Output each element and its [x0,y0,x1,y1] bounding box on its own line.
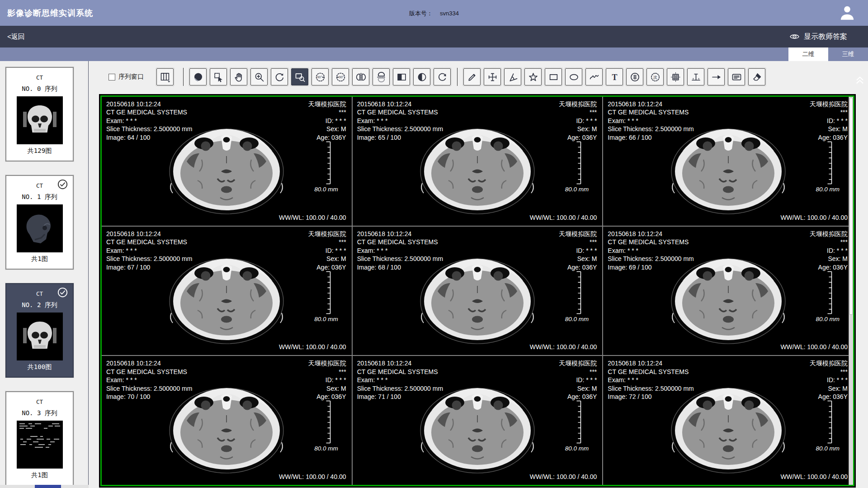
tool-measure-line[interactable] [463,68,481,85]
slice-thickness: Slice Thickness: 2.500000 mm [608,384,693,393]
series-image-count: 共1图 [6,255,73,263]
manufacturer: CT GE MEDICAL SYSTEMS [608,238,693,246]
tool-roi-ellipse[interactable] [565,68,582,85]
scale-label: 80.0 mm [314,186,338,193]
sidebar-horizontal-scrollbar[interactable] [0,485,89,488]
tool-layout-grid[interactable] [156,68,174,85]
scale-ruler [325,400,332,444]
study-datetime: 20150618 10:12:24 [608,230,693,238]
check-circle-icon [57,179,68,190]
toolbar-collapse-button[interactable] [854,73,866,85]
series-window-toggle[interactable]: 序列窗口 [108,73,144,81]
image-index: Image: 71 / 100 [357,393,443,401]
series-window-checkbox[interactable] [108,74,115,81]
image-index: Image: 67 / 100 [106,263,192,271]
tool-flip-horizontal[interactable] [352,68,369,85]
patient-age: Age: 036Y [559,133,597,142]
series-name: NO. 3 序列 [6,409,73,417]
tool-flip-vertical[interactable] [373,68,390,85]
scale-label: 80.0 mm [816,186,840,193]
viewer-cell-7[interactable]: 20150618 10:12:24CT GE MEDICAL SYSTEMSEx… [353,356,603,485]
series-card-0[interactable]: CTNO. 0 序列共129图 [5,67,74,161]
tab-2d[interactable]: 二维 [788,47,828,61]
cell-meta-left: 20150618 10:12:24CT GE MEDICAL SYSTEMSEx… [608,359,693,401]
tool-measure-cross[interactable] [484,68,501,85]
tool-measure-angle[interactable] [504,68,521,85]
viewer-cell-3[interactable]: 20150618 10:12:24CT GE MEDICAL SYSTEMSEx… [102,227,352,355]
series-card-3[interactable]: CTNO. 3 序列共1图 [5,391,74,486]
tool-region-zoom[interactable] [291,68,308,85]
image-index: Image: 72 / 100 [608,393,693,401]
manufacturer: CT GE MEDICAL SYSTEMS [357,108,443,116]
scrollbar-thumb[interactable] [849,98,853,315]
tool-annotate-text[interactable]: T [606,68,623,85]
tool-select-cursor[interactable] [210,68,227,85]
patient-age: Age: 036Y [559,263,597,271]
patient-sex: Sex: M [810,255,848,263]
show-teacher-answer-button[interactable]: 显示教师答案 [789,32,847,42]
tool-brightness[interactable] [413,68,430,85]
cell-meta-right: 天堰模拟医院***ID: * * *Sex: MAge: 036Y [559,359,597,401]
scale-label: 80.0 mm [314,316,338,322]
series-image-count: 共129图 [6,147,73,155]
tool-perpendicular[interactable] [687,68,704,85]
manufacturer: CT GE MEDICAL SYSTEMS [608,368,693,376]
study-datetime: 20150618 10:12:24 [106,359,192,367]
patient-name-masked: *** [559,238,597,246]
series-card-1[interactable]: CTNO. 1 序列共1图 [5,175,74,270]
toolbar: 序列窗口 90°90°T次 [100,67,854,87]
tool-roi-rectangle[interactable] [545,68,562,85]
tool-reset[interactable] [434,68,451,85]
study-datetime: 20150618 10:12:24 [608,100,693,108]
viewer-cell-4[interactable]: 20150618 10:12:24CT GE MEDICAL SYSTEMSEx… [353,227,603,355]
viewer-cell-6[interactable]: 20150618 10:12:24CT GE MEDICAL SYSTEMSEx… [102,356,352,485]
tool-count-marker[interactable]: 次 [646,68,664,85]
patient-sex: Sex: M [308,255,346,263]
cell-meta-right: 天堰模拟医院***ID: * * *Sex: MAge: 036Y [559,230,597,271]
patient-name-masked: *** [308,238,346,246]
patient-name-masked: *** [810,108,848,116]
tool-window-level[interactable] [189,68,207,85]
viewer-cell-1[interactable]: 20150618 10:12:24CT GE MEDICAL SYSTEMSEx… [353,97,603,226]
tool-invert[interactable] [393,68,410,85]
tool-grid-overlay[interactable] [667,68,684,85]
scale-ruler [826,141,833,185]
hospital-name: 天堰模拟医院 [810,100,848,108]
viewer-vertical-scrollbar[interactable] [849,97,853,485]
viewer-cell-2[interactable]: 20150618 10:12:24CT GE MEDICAL SYSTEMSEx… [603,97,853,226]
exam-label: Exam: * * * [608,117,693,125]
patient-age: Age: 036Y [308,133,346,142]
viewer-cell-0[interactable]: 20150618 10:12:24CT GE MEDICAL SYSTEMSEx… [102,97,352,226]
tool-annotate-arrow[interactable] [708,68,725,85]
user-avatar-icon[interactable] [838,4,856,22]
exam-label: Exam: * * * [106,117,192,125]
patient-id: ID: * * * [810,376,848,384]
exam-label: Exam: * * * [608,376,693,384]
patient-sex: Sex: M [308,384,346,393]
hospital-name: 天堰模拟医院 [308,230,346,238]
viewer-cell-5[interactable]: 20150618 10:12:24CT GE MEDICAL SYSTEMSEx… [603,227,853,355]
tool-rotate-90-ccw[interactable]: 90° [311,68,329,85]
tab-3d[interactable]: 三维 [828,47,868,61]
tool-zoom-magnifier[interactable] [250,68,268,85]
cell-meta-left: 20150618 10:12:24CT GE MEDICAL SYSTEMSEx… [357,230,443,271]
series-card-2[interactable]: CTNO. 2 序列共100图 [5,283,74,378]
slice-thickness: Slice Thickness: 2.500000 mm [357,255,443,263]
tool-pan-hand[interactable] [230,68,247,85]
tool-measure-star[interactable] [524,68,542,85]
patient-id: ID: * * * [308,117,346,125]
patient-id: ID: * * * [308,246,346,255]
tool-eraser[interactable] [748,68,765,85]
study-datetime: 20150618 10:12:24 [608,359,693,367]
tool-roi-freehand[interactable] [585,68,603,85]
manufacturer: CT GE MEDICAL SYSTEMS [357,368,443,376]
tool-rotate[interactable] [271,68,288,85]
scrollbar-thumb[interactable] [35,485,61,488]
tool-annotate-note[interactable] [728,68,745,85]
tool-spine-label[interactable] [626,68,643,85]
series-window-label: 序列窗口 [118,73,144,81]
cell-meta-right: 天堰模拟医院***ID: * * *Sex: MAge: 036Y [810,359,848,401]
viewer-cell-8[interactable]: 20150618 10:12:24CT GE MEDICAL SYSTEMSEx… [603,356,853,485]
back-button[interactable]: <返回 [7,33,25,41]
tool-rotate-90-cw[interactable]: 90° [332,68,349,85]
